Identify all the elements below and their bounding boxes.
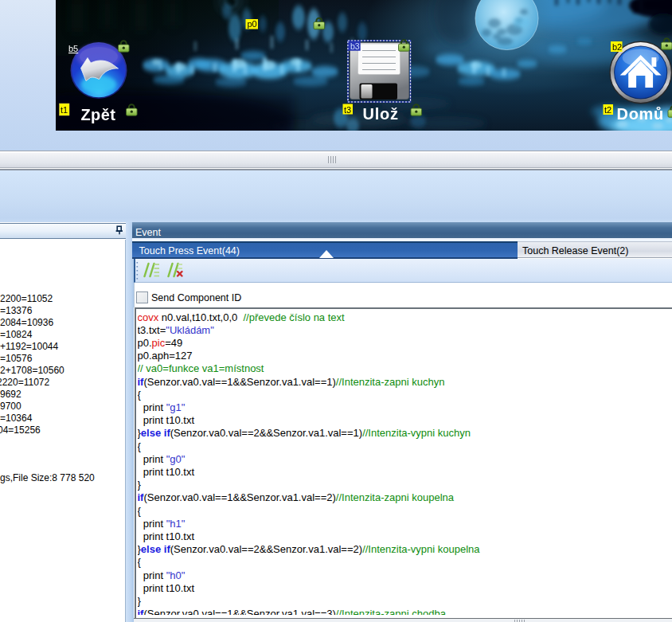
- svg-text:Domů: Domů: [617, 105, 664, 123]
- svg-text:Zpět: Zpět: [81, 106, 116, 123]
- svg-text:Ulož: Ulož: [363, 105, 399, 123]
- svg-text:t1: t1: [61, 105, 68, 115]
- svg-text:b5: b5: [68, 44, 78, 53]
- svg-text:b2: b2: [612, 42, 622, 52]
- svg-text:t2: t2: [604, 105, 611, 115]
- svg-text:p0: p0: [248, 19, 257, 29]
- svg-text:t3: t3: [344, 105, 351, 115]
- svg-text:b3: b3: [350, 41, 360, 51]
